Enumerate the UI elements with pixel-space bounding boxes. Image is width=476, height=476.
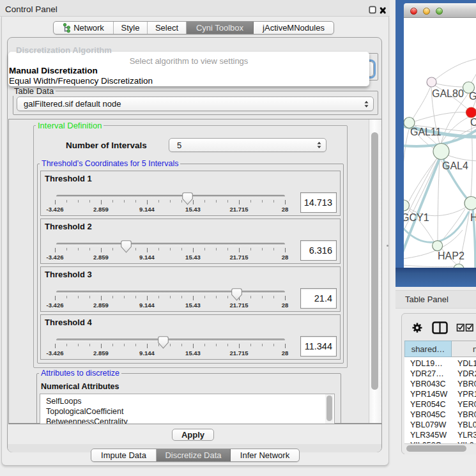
svg-text:C: C [470,117,476,128]
svg-text:GAL11: GAL11 [410,127,441,137]
svg-text:GA: GA [469,91,476,102]
svg-text:GCY1: GCY1 [404,212,429,223]
svg-text:GAL4: GAL4 [442,160,468,171]
svg-text:HAP2: HAP2 [438,250,464,261]
svg-text:H: H [470,212,476,223]
svg-text:GAL80: GAL80 [432,88,464,99]
